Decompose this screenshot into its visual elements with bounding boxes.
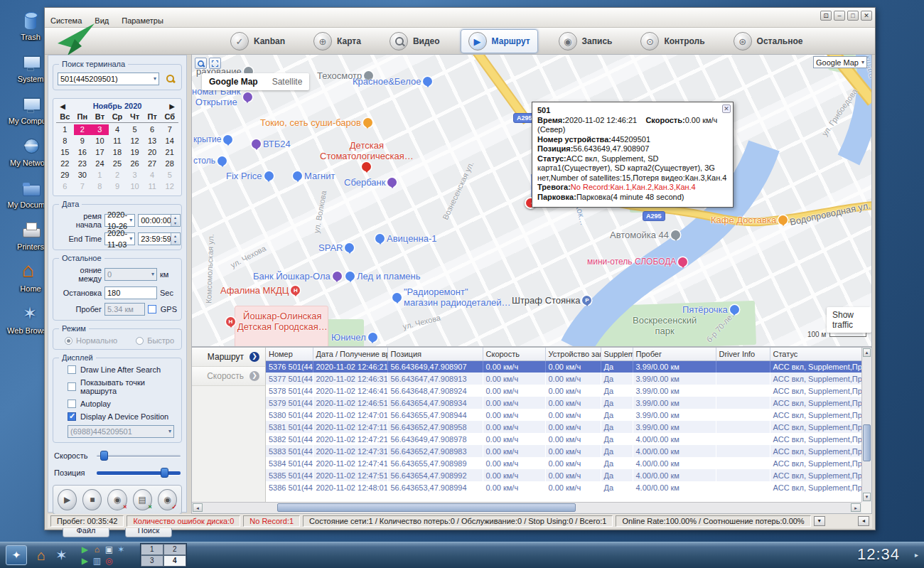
table-row[interactable]: 5378 501(44522020-11-02 12:46:41 / 20:56… [266, 385, 861, 397]
tray-icon[interactable]: ▶ [82, 545, 88, 554]
status-collapse-button[interactable]: ◂ [858, 516, 869, 526]
menu-item[interactable]: Параметры [122, 16, 163, 25]
end-date-select[interactable]: 2020-11-03▾ [104, 232, 135, 245]
table-tab[interactable]: Скорость ❯ [192, 367, 265, 386]
table-header-cell[interactable]: Пробег [633, 348, 716, 360]
window-control-button[interactable]: □ [847, 11, 859, 21]
playback-button[interactable]: ◉ ✓ [158, 489, 177, 510]
map-pin-icon[interactable] [678, 257, 687, 267]
map-pin-icon[interactable] [252, 139, 261, 149]
map-zoom-button[interactable] [195, 58, 207, 69]
map-pin-icon[interactable] [362, 162, 371, 171]
scroll-right-icon[interactable]: ▸ [851, 503, 861, 512]
map-type-tab[interactable]: Google Map [202, 73, 265, 90]
taskbar-app-button[interactable]: ✦ [6, 545, 27, 565]
map-pin-icon[interactable] [375, 234, 385, 243]
calendar-day[interactable]: 10 [91, 136, 109, 146]
calendar-day[interactable]: 3 [91, 124, 109, 135]
calendar-day[interactable]: 5 [161, 170, 178, 181]
calendar-day[interactable]: 17 [91, 147, 109, 158]
display-checkbox[interactable]: Draw Line After Search [68, 365, 177, 374]
toolbar-button[interactable]: ⊛ Остальное [726, 29, 811, 53]
workspace-cell[interactable]: 3 [141, 555, 163, 567]
start-time-spinner[interactable]: 00:00:00 [138, 214, 181, 227]
stop-input[interactable]: 180 [104, 286, 157, 299]
calendar-day[interactable]: 12 [161, 181, 178, 192]
map-pin-icon[interactable] [423, 77, 432, 86]
calendar-day[interactable]: 18 [109, 147, 127, 158]
calendar-day[interactable]: 4 [109, 124, 127, 135]
map-view[interactable]: ул. Советская ул. Льва Толстого ул. Гриб… [191, 54, 872, 347]
calendar-day[interactable]: 8 [56, 136, 74, 146]
table-header-cell[interactable]: Устройство записи с [545, 348, 601, 360]
table-row[interactable]: 5385 501(44522020-11-02 12:47:51 / 20:56… [266, 469, 861, 481]
calendar-day[interactable]: 1 [56, 124, 74, 135]
scroll-left-icon[interactable]: ◂ [193, 503, 203, 512]
map-pin-icon[interactable]: H [291, 286, 300, 295]
calendar-day[interactable]: 11 [109, 136, 127, 146]
table-row[interactable]: 5381 501(44522020-11-02 12:47:11 / 20:56… [266, 421, 861, 433]
mode-radio[interactable]: Быстро [136, 336, 174, 345]
calendar-day[interactable]: 10 [126, 181, 144, 192]
table-header-cell[interactable]: Дата / Получение време [313, 348, 387, 360]
map-pin-icon[interactable] [333, 272, 342, 281]
map-pin-icon[interactable] [217, 156, 227, 166]
table-row[interactable]: 5382 501(44522020-11-02 12:47:21 / 20:56… [266, 433, 861, 445]
calendar-day[interactable]: 23 [74, 159, 92, 169]
calendar-day[interactable]: 12 [126, 136, 144, 146]
mileage-input[interactable]: 5.34 км [104, 303, 145, 316]
workspace-cell[interactable]: 2 [163, 544, 186, 555]
toolbar-button[interactable]: ⊙ Контроль [633, 29, 712, 53]
tray-icon[interactable]: ✶ [117, 545, 124, 554]
calendar-day[interactable]: 5 [126, 124, 144, 135]
calendar-day[interactable]: 3 [126, 170, 144, 181]
show-traffic-button[interactable]: Show traffic [827, 307, 871, 333]
calendar-day[interactable]: 13 [144, 136, 161, 146]
calendar-day[interactable]: 6 [56, 181, 74, 192]
status-dropdown-button[interactable]: ▼ [814, 516, 825, 526]
map-pin-icon[interactable]: P [582, 296, 591, 305]
track-table[interactable]: Номер Дата / Получение време Позиция Ско… [266, 348, 861, 502]
mode-radio[interactable]: Нормально [65, 336, 117, 345]
map-pin-icon[interactable] [778, 215, 788, 225]
vertical-scrollbar[interactable]: ▲ ▼ [861, 348, 871, 502]
table-row[interactable]: 5376 501(44522020-11-02 12:46:21 / 20:56… [266, 360, 861, 373]
calendar-day[interactable]: 20 [144, 147, 161, 158]
horizontal-scroll-thumb[interactable] [277, 503, 576, 512]
table-header-cell[interactable]: Driver Info [716, 348, 770, 360]
taskbar-expand-icon[interactable]: ▸ [915, 551, 918, 559]
calendar-day[interactable]: 19 [126, 147, 144, 158]
calendar-day[interactable]: 28 [161, 159, 178, 169]
map-pin-icon[interactable] [392, 293, 402, 302]
playback-button[interactable]: ▤ × [133, 489, 152, 510]
map-pin-icon[interactable] [368, 333, 377, 342]
table-row[interactable]: 5383 501(44522020-11-02 12:47:31 / 20:56… [266, 445, 861, 457]
calendar-day[interactable]: 7 [74, 181, 92, 192]
toolbar-button[interactable]: ⊕ Карта [306, 29, 369, 53]
calendar-day[interactable]: 9 [109, 181, 127, 192]
map-pin-icon[interactable] [387, 178, 397, 187]
table-header-cell[interactable]: Supplement [601, 348, 633, 360]
search-button[interactable] [163, 72, 177, 85]
toolbar-button[interactable]: ◉ Запись [551, 29, 621, 53]
calendar-day[interactable]: 8 [91, 181, 109, 192]
calendar-day[interactable]: 2 [109, 170, 127, 181]
toolbar-button[interactable]: Видео [382, 29, 448, 53]
map-provider-select[interactable]: Google Map ▾ [813, 56, 867, 68]
calendar-day[interactable]: 6 [144, 124, 161, 135]
taskbar-home-icon[interactable]: ⌂ [37, 547, 45, 564]
map-pin-icon[interactable] [345, 272, 355, 281]
calendar-day[interactable]: 26 [126, 159, 144, 169]
map-pin-icon[interactable] [730, 305, 739, 314]
map-pin-icon[interactable] [243, 92, 252, 102]
window-control-button[interactable]: – [834, 11, 845, 21]
window-control-button[interactable]: ⊡ [820, 11, 832, 21]
table-row[interactable]: 5377 501(44522020-11-02 12:46:31 / 20:56… [266, 373, 861, 385]
taskbar-browser-icon[interactable]: ✶ [55, 547, 68, 564]
table-row[interactable]: 5386 501(44522020-11-02 12:48:01 / 20:56… [266, 481, 861, 493]
display-checkbox[interactable]: Показывать точки маршрута [68, 378, 177, 395]
table-row[interactable]: 5379 501(44522020-11-02 12:46:51 / 20:56… [266, 397, 861, 409]
table-header-cell[interactable]: Скорость [483, 348, 545, 360]
tray-icon[interactable]: ▣ [105, 545, 113, 554]
tray-icon[interactable]: ◎ [105, 557, 112, 565]
